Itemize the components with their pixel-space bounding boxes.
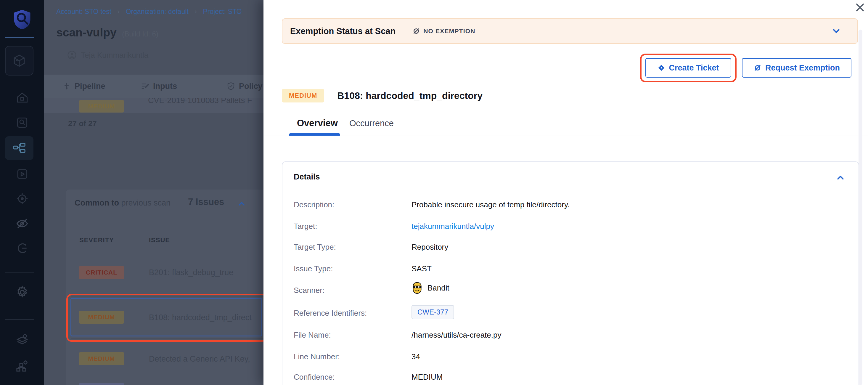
field-value: Probable insecure usage of temp file/dir… bbox=[411, 200, 569, 209]
tabs-divider bbox=[264, 136, 868, 136]
details-card: Details Description: Probable insecure u… bbox=[282, 161, 859, 385]
nav-gitops-icon[interactable] bbox=[0, 242, 44, 255]
pipeline-title-row: scan-vulpy (Build Id: 6) bbox=[56, 26, 158, 39]
issue-details-drawer: Exemption Status at Scan NO EXEMPTION Cr… bbox=[264, 0, 868, 385]
pipeline-tab-icon bbox=[62, 82, 71, 91]
banner-chevron-down-icon[interactable] bbox=[831, 26, 841, 37]
field-value: 34 bbox=[411, 352, 420, 361]
nav-pipeline-active[interactable] bbox=[5, 136, 33, 160]
exemption-status-banner: Exemption Status at Scan NO EXEMPTION bbox=[282, 18, 858, 44]
target-link[interactable]: tejakummarikuntla/vulpy bbox=[411, 222, 494, 231]
issues-count: 7 Issues bbox=[188, 197, 224, 207]
tab-policy-evaluations-label: Policy Evaluations bbox=[239, 82, 264, 91]
nav-executions-icon[interactable] bbox=[0, 168, 44, 181]
breadcrumb-separator: › bbox=[118, 8, 120, 16]
request-exemption-button[interactable]: Request Exemption bbox=[742, 58, 851, 78]
user-avatar-icon bbox=[67, 50, 77, 60]
cube-module-icon bbox=[12, 53, 27, 68]
row-divider bbox=[71, 380, 264, 380]
exemption-eye-off-icon bbox=[753, 64, 762, 72]
nav-eye-off-icon[interactable] bbox=[0, 217, 44, 230]
tab-pipeline[interactable]: Pipeline bbox=[62, 75, 105, 98]
nav-divider-mid bbox=[5, 272, 34, 273]
scanner-name: Bandit bbox=[428, 284, 450, 293]
field-value: Repository bbox=[411, 242, 448, 252]
issues-section-header: Common to previous scan bbox=[74, 199, 170, 208]
field-target: Target: tejakummarikuntla/vulpy bbox=[282, 220, 859, 233]
tab-occurrence[interactable]: Occurrence bbox=[349, 118, 394, 128]
field-label: Description: bbox=[294, 200, 334, 209]
row-divider bbox=[71, 296, 264, 296]
nav-network-gear-icon[interactable] bbox=[0, 359, 44, 373]
nav-target-icon[interactable] bbox=[0, 192, 44, 206]
issues-group-label: Common to bbox=[74, 199, 119, 207]
create-ticket-button[interactable]: Create Ticket bbox=[645, 58, 731, 78]
nav-settings-gear-icon[interactable] bbox=[0, 285, 44, 300]
issues-scope-label: previous scan bbox=[121, 199, 171, 207]
exemption-banner-title: Exemption Status at Scan bbox=[290, 26, 396, 36]
nav-divider-top bbox=[5, 37, 34, 38]
field-value: /harness/utils/ca-create.py bbox=[411, 330, 501, 340]
breadcrumb-project-link[interactable]: Project: STO bbox=[203, 8, 242, 16]
user-name: Teja Kummarikuntla bbox=[81, 51, 148, 60]
trigger-user-row: Teja Kummarikuntla bbox=[67, 50, 148, 60]
nav-home-icon[interactable] bbox=[0, 91, 44, 104]
tab-overview[interactable]: Overview bbox=[297, 118, 338, 128]
field-label: Scanner: bbox=[294, 286, 324, 295]
ticket-diamond-icon bbox=[657, 64, 665, 72]
field-label: Target: bbox=[294, 222, 317, 231]
sto-shield-logo-icon[interactable] bbox=[0, 8, 44, 31]
create-ticket-label: Create Ticket bbox=[669, 63, 719, 72]
module-selector-button[interactable] bbox=[5, 46, 33, 76]
col-header-severity: SEVERITY bbox=[79, 236, 114, 244]
pipeline-icon bbox=[12, 141, 26, 155]
field-line-number: Line Number: 34 bbox=[282, 351, 859, 363]
issue-row-critical[interactable]: B201: flask_debug_true bbox=[149, 268, 233, 277]
details-title: Details bbox=[294, 172, 320, 181]
bandit-scanner-icon bbox=[411, 282, 423, 294]
exemption-status: NO EXEMPTION bbox=[412, 27, 475, 35]
tab-inputs[interactable]: Inputs bbox=[141, 75, 177, 98]
field-issue-type: Issue Type: SAST bbox=[282, 263, 859, 275]
issue-severity-badge: MEDIUM bbox=[282, 89, 324, 102]
field-label: Issue Type: bbox=[294, 264, 333, 273]
inputs-tab-icon bbox=[141, 82, 150, 91]
field-confidence: Confidence: MEDIUM bbox=[282, 372, 859, 383]
app-root: Account: STO test › Organization: defaul… bbox=[0, 0, 868, 385]
nav-layers-gear-icon[interactable] bbox=[0, 332, 44, 347]
issue-row-selected[interactable]: B108: hardcoded_tmp_direct bbox=[149, 313, 252, 322]
field-label: File Name: bbox=[294, 330, 331, 340]
tab-pipeline-label: Pipeline bbox=[74, 82, 105, 91]
details-collapse-chevron-icon[interactable] bbox=[835, 173, 845, 184]
issues-list-card: Common to previous scan 7 Issues SEVERIT… bbox=[66, 189, 264, 385]
scanner-value: Bandit bbox=[411, 282, 450, 294]
breadcrumb-org-link[interactable]: Organization: default bbox=[126, 8, 189, 16]
pagination-label: 27 of 27 bbox=[68, 119, 97, 128]
policy-shield-check-icon bbox=[226, 82, 235, 91]
clipped-severity-badge: MEDIUM bbox=[79, 100, 124, 113]
active-tab-underline bbox=[289, 133, 340, 136]
col-header-issue: ISSUE bbox=[149, 236, 170, 244]
cwe-chip[interactable]: CWE-377 bbox=[411, 305, 454, 319]
issue-row-generic-key[interactable]: Detected a Generic API Key, bbox=[149, 355, 250, 364]
breadcrumb-separator: › bbox=[194, 8, 197, 16]
field-target-type: Target Type: Repository bbox=[282, 241, 859, 253]
breadcrumb-account-link[interactable]: Account: STO test bbox=[56, 8, 111, 16]
nav-divider-bottom bbox=[5, 319, 34, 320]
nav-scan-search-icon[interactable] bbox=[0, 116, 44, 129]
row-divider bbox=[71, 338, 264, 339]
close-icon[interactable] bbox=[855, 2, 866, 13]
left-nav-rail bbox=[0, 0, 44, 385]
issue-header: MEDIUM B108: hardcoded_tmp_directory bbox=[282, 89, 483, 102]
field-label: Reference Identifiers: bbox=[294, 308, 367, 318]
collapse-issues-chevron-icon[interactable] bbox=[237, 199, 246, 210]
field-label: Confidence: bbox=[294, 373, 335, 382]
no-exemption-icon bbox=[412, 27, 421, 35]
field-label: Target Type: bbox=[294, 242, 336, 252]
severity-badge-critical: CRITICAL bbox=[79, 266, 124, 279]
tab-policy-evaluations[interactable]: Policy Evaluations bbox=[226, 75, 264, 98]
breadcrumb: Account: STO test › Organization: defaul… bbox=[56, 8, 242, 16]
field-label: Line Number: bbox=[294, 352, 340, 361]
build-id-label: (Build Id: 6) bbox=[122, 30, 158, 38]
stage-left-rule bbox=[56, 45, 56, 79]
